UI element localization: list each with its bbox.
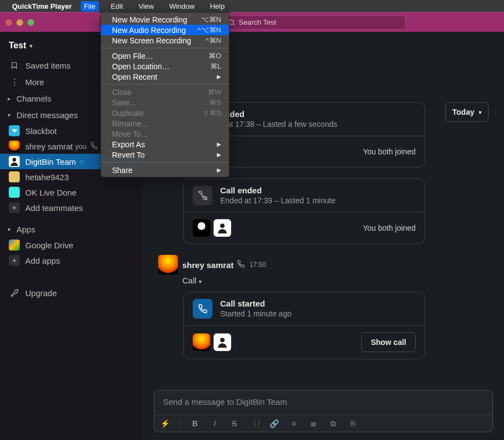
strikethrough-icon[interactable]: S xyxy=(229,419,239,428)
menu-file[interactable]: File xyxy=(81,1,99,12)
participant-avatar xyxy=(193,219,210,237)
phone-icon xyxy=(90,142,98,151)
lightning-icon[interactable]: ⚡ xyxy=(160,419,170,428)
menuitem-open-file[interactable]: Open File…⌘O xyxy=(101,51,229,61)
chevron-down-icon[interactable]: ▾ xyxy=(199,279,201,285)
svg-point-2 xyxy=(13,158,16,161)
dm-ok-live-done[interactable]: OK Live Done xyxy=(0,185,143,200)
file-menu-dropdown: New Movie Recording⌥⌘N New Audio Recordi… xyxy=(100,12,229,177)
message-time: 17:50 xyxy=(249,261,266,269)
menuitem-open-recent[interactable]: Open Recent▶ xyxy=(101,71,229,82)
call-title: Call started xyxy=(220,299,292,308)
chevron-down-icon: ▾ xyxy=(30,43,32,49)
message-author[interactable]: shrey samrat xyxy=(182,260,233,270)
window-minimize-button[interactable] xyxy=(16,19,23,26)
svg-point-0 xyxy=(229,20,233,24)
user-avatar xyxy=(9,171,20,182)
today-jump-button[interactable]: Today▾ xyxy=(445,102,489,122)
menuitem-save: Save...⌘S xyxy=(101,97,229,108)
call-subtitle: Ended at 17:39 – Lasted 1 minute xyxy=(220,196,335,205)
message-body: Call xyxy=(182,276,197,285)
menubar-appname[interactable]: QuickTime Player xyxy=(12,2,72,10)
participant-avatar xyxy=(214,333,231,351)
google-drive-icon xyxy=(9,240,20,250)
chevron-right-icon: ▶ xyxy=(217,167,221,173)
add-teammates-button[interactable]: + Add teammates xyxy=(0,200,143,215)
blockquote-icon[interactable]: ⧉ xyxy=(328,419,338,428)
menu-view[interactable]: View xyxy=(135,1,157,12)
add-apps-button[interactable]: + Add apps xyxy=(0,253,143,268)
slackbot-avatar: ❤ xyxy=(9,125,20,136)
svg-line-1 xyxy=(233,24,234,25)
menu-help[interactable]: Help xyxy=(206,1,228,12)
show-call-button[interactable]: Show call xyxy=(361,332,416,352)
participant-avatar xyxy=(193,333,210,351)
menuitem-close: Close⌘W xyxy=(101,87,229,97)
plus-icon: + xyxy=(9,202,20,213)
call-footer: You both joined xyxy=(363,224,416,232)
menuitem-duplicate: Duplicate⇧⌘S xyxy=(101,108,229,118)
phone-icon xyxy=(237,260,245,270)
chevron-right-icon: ▶ xyxy=(217,141,221,147)
slack-titlebar: Search Test xyxy=(0,12,504,32)
more-vertical-icon: ⋮ xyxy=(9,77,20,87)
menuitem-rename: Rename... xyxy=(101,118,229,129)
upgrade-button[interactable]: Upgrade xyxy=(0,285,143,301)
italic-icon[interactable]: I xyxy=(210,419,220,428)
caret-right-icon: ▸ xyxy=(8,96,16,102)
traffic-lights xyxy=(5,19,34,26)
link-icon[interactable]: 🔗 xyxy=(269,419,279,428)
caret-down-icon: ▾ xyxy=(8,112,16,118)
call-card-active: Call started Started 1 minute ago Show c… xyxy=(183,292,425,359)
participant-avatar xyxy=(214,219,231,237)
menuitem-open-location[interactable]: Open Location…⌘L xyxy=(101,61,229,71)
search-placeholder: Search Test xyxy=(239,18,276,26)
message-author-avatar[interactable] xyxy=(158,255,178,275)
menu-edit[interactable]: Edit xyxy=(108,1,126,12)
menuitem-export-as[interactable]: Export As▶ xyxy=(101,139,229,149)
call-footer: You both joined xyxy=(363,147,416,156)
window-close-button[interactable] xyxy=(5,19,12,26)
rocket-icon xyxy=(9,289,20,297)
menuitem-share[interactable]: Share▶ xyxy=(101,165,229,175)
composer-input[interactable]: Send a message to DigitBin Team xyxy=(154,391,492,415)
composer-toolbar: ⚡ B I S 〈〉 🔗 ≡ ≣ ⧉ ⎘ xyxy=(154,415,492,432)
message-composer[interactable]: Send a message to DigitBin Team ⚡ B I S … xyxy=(154,390,493,432)
code-block-icon[interactable]: ⎘ xyxy=(348,419,358,428)
chevron-right-icon: ▶ xyxy=(217,152,221,158)
call-subtitle: d at 17:38 – Lasted a few seconds xyxy=(220,120,337,129)
chevron-down-icon: ▾ xyxy=(479,109,481,115)
ordered-list-icon[interactable]: ≡ xyxy=(289,419,299,428)
user-avatar xyxy=(9,141,20,152)
svg-point-4 xyxy=(220,338,225,342)
menuitem-new-movie-recording[interactable]: New Movie Recording⌥⌘N xyxy=(101,14,229,25)
user-avatar xyxy=(9,156,20,167)
away-icon: ○ xyxy=(79,157,84,166)
caret-down-icon: ▾ xyxy=(8,226,16,232)
menu-window[interactable]: Window xyxy=(166,1,198,12)
call-card-ended: Call ended Ended at 17:39 – Lasted 1 min… xyxy=(183,179,425,244)
bold-icon[interactable]: B xyxy=(190,419,200,428)
menuitem-new-screen-recording[interactable]: New Screen Recording^⌘N xyxy=(101,35,229,46)
plus-icon: + xyxy=(9,255,20,266)
bulleted-list-icon[interactable]: ≣ xyxy=(309,419,318,428)
menuitem-new-audio-recording[interactable]: New Audio Recording^⌥⌘N xyxy=(101,25,229,35)
call-title: ended xyxy=(220,109,337,119)
menuitem-revert-to[interactable]: Revert To▶ xyxy=(101,149,229,160)
code-icon[interactable]: 〈〉 xyxy=(249,419,259,428)
app-google-drive[interactable]: Google Drive xyxy=(0,237,143,253)
phone-icon xyxy=(193,299,212,319)
chevron-right-icon: ▶ xyxy=(217,74,221,80)
sidebar-apps-header[interactable]: ▾ Apps xyxy=(0,221,143,237)
phone-ended-icon xyxy=(193,186,212,205)
svg-point-3 xyxy=(220,224,225,228)
call-title: Call ended xyxy=(220,186,335,195)
user-avatar xyxy=(9,187,20,198)
call-subtitle: Started 1 minute ago xyxy=(220,309,292,318)
bookmark-icon xyxy=(9,62,20,69)
mac-menubar: QuickTime Player File Edit View Window H… xyxy=(0,0,504,12)
menuitem-move-to: Move To... xyxy=(101,129,229,139)
window-maximize-button[interactable] xyxy=(27,19,34,26)
